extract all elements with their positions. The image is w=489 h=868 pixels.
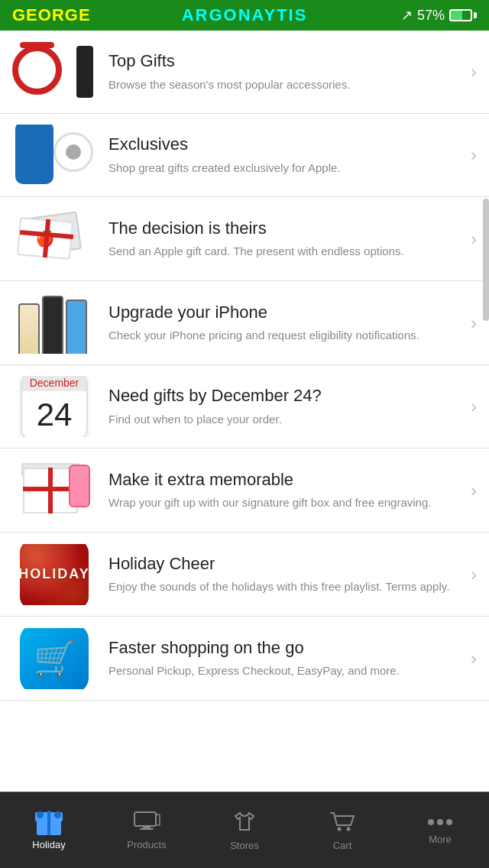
scrollbar[interactable] bbox=[483, 199, 489, 321]
list-item[interactable]: December 24 Need gifts by December 24? F… bbox=[0, 365, 489, 449]
carrier-label: GEORGE bbox=[12, 5, 91, 25]
app-subtitle: Personal Pickup, Express Checkout, EasyP… bbox=[108, 662, 454, 679]
iphone-image bbox=[12, 293, 96, 354]
app-title: Faster shopping on the go bbox=[108, 638, 454, 658]
list-item[interactable]: 🛒 Faster shopping on the go Personal Pic… bbox=[0, 617, 489, 701]
svg-point-7 bbox=[437, 819, 443, 825]
holiday-content: Holiday Cheer Enjoy the sounds of the ho… bbox=[108, 554, 477, 594]
giftwrap-title: Make it extra memorable bbox=[108, 470, 454, 490]
status-right: ↗ 57% bbox=[401, 7, 477, 24]
list-item[interactable]: Top Gifts Browse the season's most popul… bbox=[0, 31, 489, 114]
cart-app-icon: 🛒 bbox=[34, 639, 76, 679]
network-label: ARGONAYTIS bbox=[182, 5, 308, 25]
giftwrap-subtitle: Wrap your gift up with our signature gif… bbox=[108, 494, 454, 510]
tab-cart-label: Cart bbox=[333, 840, 352, 851]
tab-products-label: Products bbox=[127, 839, 166, 850]
calendar-image: December 24 bbox=[12, 376, 96, 437]
giftcard-content: The decision is theirs Send an Apple gif… bbox=[108, 219, 477, 259]
chevron-right-icon: › bbox=[471, 228, 477, 250]
tab-products[interactable]: Products bbox=[98, 792, 196, 868]
holiday-subtitle: Enjoy the sounds of the holidays with th… bbox=[108, 578, 454, 594]
list-container: Top Gifts Browse the season's most popul… bbox=[0, 31, 489, 792]
december-content: Need gifts by December 24? Find out when… bbox=[108, 386, 477, 426]
holiday-image: HOLIDAY bbox=[12, 544, 96, 605]
calendar-day: 24 bbox=[22, 391, 86, 437]
exclusives-image bbox=[12, 125, 96, 186]
december-title: Need gifts by December 24? bbox=[108, 386, 454, 406]
tab-more-label: More bbox=[429, 834, 452, 845]
tab-bar: Holiday Products Stores bbox=[0, 792, 489, 868]
chevron-right-icon: › bbox=[471, 313, 477, 334]
products-tab-icon bbox=[133, 811, 160, 835]
list-item[interactable]: Make it extra memorable Wrap your gift u… bbox=[0, 449, 489, 533]
chevron-right-icon: › bbox=[471, 480, 477, 501]
top-gifts-content: Top Gifts Browse the season's most popul… bbox=[108, 51, 477, 92]
tab-stores[interactable]: Stores bbox=[196, 792, 293, 868]
tab-stores-label: Stores bbox=[230, 840, 259, 851]
tab-holiday[interactable]: Holiday bbox=[0, 792, 98, 868]
svg-rect-1 bbox=[143, 826, 151, 828]
svg-point-4 bbox=[338, 827, 342, 831]
svg-rect-3 bbox=[156, 815, 160, 825]
chevron-right-icon: › bbox=[471, 61, 477, 83]
list-item[interactable]: HOLIDAY Holiday Cheer Enjoy the sounds o… bbox=[0, 533, 489, 617]
giftwrap-image bbox=[12, 460, 96, 521]
giftcard-title: The decision is theirs bbox=[108, 219, 454, 238]
chevron-right-icon: › bbox=[471, 648, 477, 669]
battery-percent: 57% bbox=[417, 8, 445, 24]
more-tab-icon bbox=[426, 816, 454, 830]
top-gifts-title: Top Gifts bbox=[108, 51, 454, 71]
svg-point-5 bbox=[347, 827, 351, 831]
app-image: 🛒 bbox=[12, 628, 96, 689]
giftcard-image: 🍎 bbox=[12, 209, 96, 270]
iphone-title: Upgrade your iPhone bbox=[108, 303, 454, 322]
giftcard-subtitle: Send an Apple gift card. The present wit… bbox=[108, 243, 454, 259]
chevron-right-icon: › bbox=[471, 564, 477, 585]
battery-icon bbox=[449, 9, 477, 21]
signal-icon: ↗ bbox=[401, 7, 413, 24]
exclusives-content: Exclusives Shop great gifts created excl… bbox=[108, 134, 477, 175]
tab-holiday-label: Holiday bbox=[32, 839, 65, 850]
svg-point-8 bbox=[446, 819, 452, 825]
list-item[interactable]: Upgrade your iPhone Check your iPhone pr… bbox=[0, 281, 489, 365]
status-bar: GEORGE ARGONAYTIS ↗ 57% bbox=[0, 0, 489, 31]
top-gifts-image bbox=[12, 41, 96, 102]
exclusives-subtitle: Shop great gifts created exclusively for… bbox=[108, 160, 454, 176]
svg-point-6 bbox=[428, 819, 434, 825]
app-content: Faster shopping on the go Personal Picku… bbox=[108, 638, 477, 679]
tab-cart[interactable]: Cart bbox=[293, 792, 391, 868]
chevron-right-icon: › bbox=[471, 396, 477, 417]
iphone-content: Upgrade your iPhone Check your iPhone pr… bbox=[108, 303, 477, 343]
calendar-month: December bbox=[22, 376, 86, 391]
iphone-subtitle: Check your iPhone pricing and request el… bbox=[108, 327, 454, 343]
exclusives-title: Exclusives bbox=[108, 134, 454, 154]
svg-rect-0 bbox=[134, 812, 156, 826]
cart-tab-icon bbox=[329, 810, 355, 836]
list-item[interactable]: 🍎 The decision is theirs Send an Apple g… bbox=[0, 197, 489, 281]
svg-rect-2 bbox=[140, 828, 154, 830]
holiday-tab-icon bbox=[35, 811, 63, 835]
holiday-title: Holiday Cheer bbox=[108, 554, 454, 574]
giftwrap-content: Make it extra memorable Wrap your gift u… bbox=[108, 470, 477, 510]
list-item[interactable]: Exclusives Shop great gifts created excl… bbox=[0, 114, 489, 197]
stores-tab-icon bbox=[232, 810, 257, 836]
top-gifts-subtitle: Browse the season's most popular accesso… bbox=[108, 76, 454, 92]
tab-more[interactable]: More bbox=[391, 792, 489, 868]
december-subtitle: Find out when to place your order. bbox=[108, 411, 454, 427]
chevron-right-icon: › bbox=[471, 144, 477, 166]
